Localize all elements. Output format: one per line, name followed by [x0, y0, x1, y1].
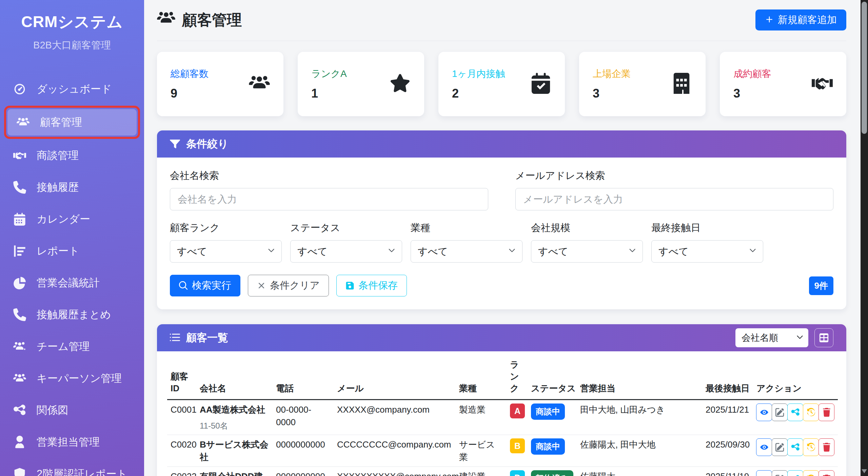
company-search-input[interactable]	[170, 188, 488, 210]
user-tie-icon	[12, 436, 27, 449]
stat-card-上場企業: 上場企業3	[579, 52, 706, 116]
edit-button[interactable]	[772, 470, 788, 476]
relation-button[interactable]	[787, 403, 803, 421]
filter-select-会社規模[interactable]: すべて	[531, 240, 643, 263]
delete-button[interactable]	[818, 470, 834, 476]
app-brand: CRMシステム B2B大口顧客管理	[0, 0, 144, 52]
stat-label: 上場企業	[593, 67, 631, 80]
sidebar-item-label: 営業担当管理	[37, 435, 100, 449]
col-actions: アクション	[753, 354, 838, 400]
sidebar-item-wrap: キーパーソン管理	[0, 363, 144, 394]
sidebar-item-label: 営業会議統計	[37, 276, 100, 290]
history-button[interactable]	[803, 438, 819, 456]
cell-sales-rep: 田中大地, 山田みつき	[577, 400, 702, 435]
sidebar-item-キーパーソン管理[interactable]: キーパーソン管理	[0, 363, 144, 394]
sidebar-item-label: 関係図	[37, 403, 68, 417]
sidebar-item-商談管理[interactable]: 商談管理	[0, 140, 144, 171]
share-nodes-icon	[12, 404, 27, 417]
cell-company: AA製造株式会社11-50名	[196, 400, 273, 435]
stat-label: ランクA	[311, 67, 347, 80]
sidebar-item-2階層認証レポート[interactable]: 2階層認証レポート	[0, 458, 144, 476]
grid-view-button[interactable]	[814, 328, 833, 347]
stat-cards: 総顧客数9ランクA11ヶ月内接触2上場企業3成約顧客3	[157, 52, 846, 116]
sidebar: CRMシステム B2B大口顧客管理 ダッシュボード顧客管理商談管理接触履歴カレン…	[0, 0, 144, 476]
handshake-icon	[812, 73, 833, 95]
cell-phone: 0000000000	[273, 467, 334, 476]
stat-card-成約顧客: 成約顧客3	[720, 52, 846, 116]
cell-last-contact: 2025/11/19	[702, 467, 753, 476]
sidebar-item-営業会議統計[interactable]: 営業会議統計	[0, 267, 144, 299]
chart-bar-icon	[12, 245, 27, 257]
row-actions	[756, 438, 834, 456]
sort-select[interactable]: 会社名順	[735, 328, 808, 347]
company-name: Bサービス株式会社	[200, 438, 269, 463]
sidebar-item-関係図[interactable]: 関係図	[0, 394, 144, 426]
delete-button[interactable]	[818, 403, 834, 421]
filter-icon	[170, 139, 180, 149]
delete-button[interactable]	[818, 438, 834, 456]
history-icon	[807, 408, 815, 417]
history-button[interactable]	[803, 403, 819, 421]
sidebar-item-レポート[interactable]: レポート	[0, 235, 144, 267]
sidebar-item-wrap: 関係図	[0, 394, 144, 426]
vertical-scrollbar[interactable]	[861, 0, 868, 476]
table-header-row: 顧客ID 会社名 電話 メール 業種 ランク ステータス 営業担当 最後接触日 …	[167, 354, 838, 400]
view-button[interactable]	[756, 403, 772, 421]
sidebar-item-顧客管理[interactable]: 顧客管理	[7, 109, 137, 136]
filter-select-label: 会社規模	[531, 221, 643, 235]
share-nodes-icon	[791, 443, 800, 452]
sidebar-item-ダッシュボード[interactable]: ダッシュボード	[0, 73, 144, 105]
company-name: AA製造株式会社	[200, 403, 269, 416]
sidebar-item-label: 接触履歴	[37, 180, 79, 194]
gauge-icon	[12, 83, 27, 96]
search-run-button[interactable]: 検索実行	[170, 275, 240, 296]
sidebar-item-wrap: チーム管理	[0, 331, 144, 363]
cell-customer-id: C0022	[167, 467, 196, 476]
col-industry: 業種	[456, 354, 507, 400]
relation-button[interactable]	[787, 438, 803, 456]
filter-select-label: 業種	[411, 221, 522, 235]
view-button[interactable]	[756, 470, 772, 476]
edit-button[interactable]	[772, 403, 788, 421]
cell-customer-id: C0020	[167, 435, 196, 467]
sidebar-item-接触履歴[interactable]: 接触履歴	[0, 171, 144, 203]
col-rank: ランク	[507, 354, 528, 400]
calendar-icon	[12, 213, 27, 226]
pen-square-icon	[775, 408, 784, 417]
scrollbar-thumb[interactable]	[862, 2, 867, 134]
cell-actions	[753, 400, 838, 435]
filter-select-業種[interactable]: すべて	[411, 240, 522, 263]
stat-card-総顧客数: 総顧客数9	[157, 52, 283, 116]
filter-select-最終接触日[interactable]: すべて	[651, 240, 763, 263]
table-row: C0001AA製造株式会社11-50名00-0000-0000XXXXX@com…	[167, 400, 838, 435]
search-icon	[179, 281, 188, 290]
edit-button[interactable]	[772, 438, 788, 456]
sidebar-item-接触履歴まとめ[interactable]: 接触履歴まとめ	[0, 299, 144, 331]
filter-select-顧客ランク[interactable]: すべて	[170, 240, 282, 263]
sidebar-item-label: チーム管理	[37, 339, 90, 354]
view-button[interactable]	[756, 438, 772, 456]
cell-email: XXXXXXXXXX@company.com	[334, 467, 456, 476]
sidebar-item-チーム管理[interactable]: チーム管理	[0, 331, 144, 363]
email-search-label: メールアドレス検索	[515, 169, 834, 183]
filter-select-ステータス[interactable]: すべて	[290, 240, 402, 263]
sidebar-item-営業担当管理[interactable]: 営業担当管理	[0, 426, 144, 458]
cell-last-contact: 2025/09/30	[702, 435, 753, 467]
eye-icon	[760, 408, 769, 417]
cell-phone: 0000000000	[273, 435, 334, 467]
sidebar-item-label: カレンダー	[37, 212, 90, 226]
sidebar-item-label: レポート	[37, 244, 79, 258]
scrollbar-down-arrow[interactable]	[862, 469, 867, 473]
sidebar-item-wrap: 接触履歴まとめ	[0, 299, 144, 331]
save-conditions-button[interactable]: 条件保存	[336, 275, 407, 296]
users-gear-icon	[12, 340, 27, 353]
add-customer-button[interactable]: 新規顧客追加	[755, 9, 846, 30]
calendar-check-icon	[530, 73, 551, 95]
email-search-input[interactable]	[515, 188, 834, 210]
cell-sales-rep: 佐藤陽太	[577, 467, 702, 476]
sidebar-item-カレンダー[interactable]: カレンダー	[0, 203, 144, 235]
clear-conditions-button[interactable]: 条件クリア	[248, 275, 329, 296]
relation-button[interactable]	[787, 470, 803, 476]
history-button[interactable]	[803, 470, 819, 476]
filter-field-ステータス: ステータスすべて	[290, 221, 402, 263]
